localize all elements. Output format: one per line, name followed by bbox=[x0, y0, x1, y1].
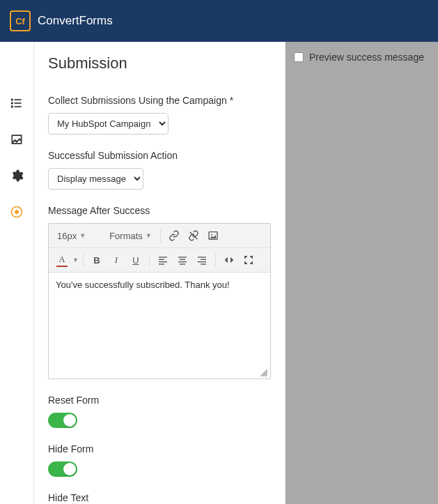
campaign-select[interactable]: My HubSpot Campaign bbox=[48, 113, 169, 135]
svg-rect-14 bbox=[159, 264, 164, 264]
app-logo: Cf bbox=[10, 10, 31, 31]
reset-form-label: Reset Form bbox=[48, 395, 271, 406]
svg-point-7 bbox=[15, 210, 19, 214]
svg-rect-12 bbox=[159, 259, 164, 260]
svg-rect-22 bbox=[201, 264, 206, 264]
svg-rect-16 bbox=[180, 259, 185, 260]
target-icon[interactable] bbox=[10, 205, 24, 219]
app-brand: ConvertForms bbox=[38, 14, 113, 28]
svg-point-4 bbox=[11, 105, 13, 107]
svg-rect-15 bbox=[178, 257, 187, 257]
gear-icon[interactable] bbox=[10, 169, 24, 183]
image-icon[interactable] bbox=[10, 132, 24, 146]
rich-text-editor: 16px▼ Formats▼ A ▼ B I U bbox=[48, 223, 271, 379]
svg-point-10 bbox=[211, 234, 212, 236]
svg-point-0 bbox=[11, 98, 13, 100]
action-label: Successful Submission Action bbox=[48, 150, 271, 161]
list-icon[interactable] bbox=[10, 96, 24, 110]
align-right-icon[interactable] bbox=[193, 251, 211, 269]
underline-icon[interactable]: U bbox=[127, 251, 145, 269]
left-icon-rail bbox=[0, 42, 33, 504]
insert-image-icon[interactable] bbox=[204, 227, 222, 245]
svg-rect-18 bbox=[180, 264, 185, 264]
preview-success-checkbox[interactable] bbox=[294, 52, 304, 62]
text-color-icon[interactable]: A bbox=[53, 251, 71, 269]
campaign-label: Collect Submissions Using the Campaign * bbox=[48, 95, 271, 106]
formats-dropdown[interactable]: Formats▼ bbox=[105, 227, 156, 245]
align-left-icon[interactable] bbox=[154, 251, 172, 269]
text-color-caret[interactable]: ▼ bbox=[72, 257, 79, 264]
hide-form-label: Hide Form bbox=[48, 443, 271, 455]
svg-rect-13 bbox=[159, 261, 167, 262]
italic-icon[interactable]: I bbox=[107, 251, 125, 269]
reset-form-toggle[interactable] bbox=[48, 413, 77, 428]
svg-rect-5 bbox=[15, 106, 22, 107]
svg-rect-3 bbox=[15, 102, 22, 104]
svg-rect-19 bbox=[198, 257, 206, 257]
source-code-icon[interactable] bbox=[220, 251, 238, 269]
unlink-icon[interactable] bbox=[185, 227, 203, 245]
settings-panel: Submission Collect Submissions Using the… bbox=[33, 42, 286, 504]
svg-rect-17 bbox=[178, 261, 187, 262]
preview-success-label: Preview success message bbox=[309, 52, 424, 63]
editor-textarea[interactable]: You've successfully subscribed. Thank yo… bbox=[49, 273, 270, 379]
bold-icon[interactable]: B bbox=[88, 251, 106, 269]
svg-rect-11 bbox=[159, 257, 167, 257]
font-size-dropdown[interactable]: 16px▼ bbox=[53, 227, 90, 245]
resize-handle-icon: ◢ bbox=[260, 366, 267, 377]
hide-text-label: Hide Text bbox=[48, 492, 271, 503]
preview-area: Preview success message bbox=[286, 42, 438, 504]
svg-point-2 bbox=[11, 102, 13, 104]
fullscreen-icon[interactable] bbox=[240, 251, 258, 269]
message-label: Message After Success bbox=[48, 205, 271, 216]
link-icon[interactable] bbox=[165, 227, 183, 245]
align-center-icon[interactable] bbox=[173, 251, 191, 269]
action-select[interactable]: Display message bbox=[48, 168, 143, 190]
hide-form-toggle[interactable] bbox=[48, 461, 77, 477]
top-bar: Cf ConvertForms bbox=[0, 0, 438, 42]
svg-rect-1 bbox=[15, 99, 22, 100]
svg-rect-20 bbox=[201, 259, 206, 260]
panel-title: Submission bbox=[48, 54, 271, 72]
svg-rect-21 bbox=[198, 261, 206, 262]
editor-toolbar: 16px▼ Formats▼ A ▼ B I U bbox=[49, 224, 270, 273]
preview-success-checkbox-wrap[interactable]: Preview success message bbox=[294, 52, 430, 63]
